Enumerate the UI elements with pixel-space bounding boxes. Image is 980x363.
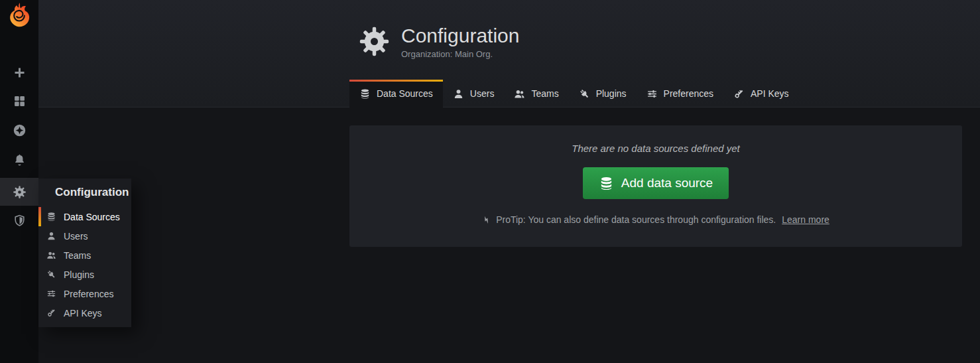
flyout-item-label: Plugins [64, 269, 94, 280]
tab-label: API Keys [751, 88, 789, 99]
tab-users[interactable]: Users [443, 80, 505, 108]
tab-preferences[interactable]: Preferences [637, 80, 723, 108]
configuration-flyout-menu: Configuration Data Sources Users Teams P… [38, 179, 131, 327]
tab-label: Data Sources [377, 88, 433, 99]
page-subtitle: Organization: Main Org. [401, 49, 519, 59]
sidebar-item-alerting[interactable] [0, 147, 38, 172]
tab-api-keys[interactable]: API Keys [723, 80, 799, 108]
users-icon [514, 88, 525, 100]
add-data-source-button-label: Add data source [621, 176, 713, 190]
user-icon [453, 88, 464, 100]
bolt-icon [482, 215, 491, 224]
flyout-item-label: Teams [64, 250, 91, 261]
users-icon [46, 250, 56, 260]
dashboards-grid-icon [13, 94, 27, 108]
tab-teams[interactable]: Teams [504, 80, 568, 108]
user-icon [46, 231, 56, 241]
flyout-item-teams[interactable]: Teams [38, 246, 131, 265]
page-title: Configuration [401, 25, 519, 46]
database-icon [359, 88, 371, 100]
shield-icon [13, 214, 27, 228]
plug-icon [46, 269, 56, 279]
sidebar-item-server-admin[interactable] [0, 208, 38, 233]
flyout-item-plugins[interactable]: Plugins [38, 265, 131, 284]
flyout-title: Configuration [38, 179, 131, 207]
flyout-item-preferences[interactable]: Preferences [38, 284, 131, 303]
flyout-item-label: Users [64, 231, 88, 242]
grafana-logo-icon[interactable] [6, 2, 32, 29]
flyout-item-api-keys[interactable]: API Keys [38, 303, 131, 323]
page-header-band: Configuration Organization: Main Org. Da… [38, 0, 980, 108]
tab-data-sources[interactable]: Data Sources [349, 80, 443, 108]
key-icon [733, 88, 745, 100]
sidebar-item-configuration[interactable] [0, 178, 38, 206]
flyout-item-label: API Keys [64, 308, 102, 319]
sidebar-item-dashboards[interactable] [0, 88, 38, 113]
tab-label: Preferences [664, 88, 713, 99]
protip-row: ProTip: You can also define data sources… [349, 214, 962, 225]
gear-icon [13, 185, 27, 199]
tab-label: Plugins [596, 88, 627, 99]
learn-more-link[interactable]: Learn more [782, 214, 829, 225]
flyout-item-users[interactable]: Users [38, 226, 131, 246]
sidebar [0, 0, 38, 363]
database-icon [599, 176, 614, 191]
plus-icon [13, 66, 27, 80]
bell-icon [13, 153, 27, 167]
flyout-item-label: Preferences [64, 289, 113, 299]
empty-state-message: There are no data sources defined yet [349, 143, 962, 154]
flyout-item-data-sources[interactable]: Data Sources [38, 207, 131, 226]
add-data-source-button[interactable]: Add data source [583, 167, 729, 199]
data-sources-empty-panel: There are no data sources defined yet Ad… [349, 125, 962, 247]
flyout-item-label: Data Sources [64, 212, 120, 222]
tab-plugins[interactable]: Plugins [569, 80, 637, 108]
sliders-icon [646, 88, 658, 100]
sliders-icon [46, 289, 56, 299]
tab-label: Users [470, 88, 495, 99]
key-icon [46, 308, 56, 318]
sidebar-item-create[interactable] [0, 60, 38, 85]
sidebar-item-explore[interactable] [0, 117, 38, 143]
tab-bar: Data Sources Users Teams Plugins Prefere… [349, 80, 799, 108]
compass-icon [13, 123, 27, 137]
gear-icon [358, 25, 391, 58]
protip-text: ProTip: You can also define data sources… [496, 214, 776, 225]
database-icon [46, 212, 56, 222]
page-header: Configuration Organization: Main Org. [358, 25, 519, 59]
plug-icon [579, 88, 590, 100]
tab-label: Teams [531, 88, 558, 99]
